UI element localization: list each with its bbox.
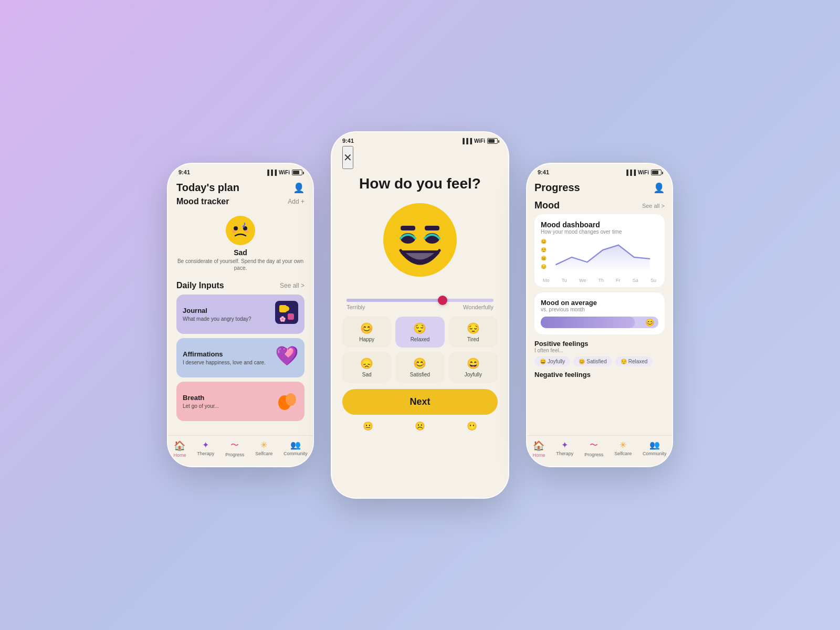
emotion-happy[interactable]: 😊 Happy [342,317,391,348]
mood-display: Sad Be considerate of yourself. Spend th… [176,211,304,276]
bottom-emoji-3: 😶 [467,421,477,431]
feel-title: How do you feel? [342,169,498,201]
breath-icon [275,388,298,415]
slider-thumb[interactable] [438,296,447,305]
mood-section-title: Mood tracker [176,197,229,206]
journal-card[interactable]: Journal What made you angry today? 🌸 [176,295,304,334]
emotion-sad[interactable]: 😞 Sad [342,352,391,383]
left-user-icon: 👤 [293,182,304,194]
signal-icon: ▐▐▐ [266,170,277,175]
emotion-grid: 😊 Happy 😌 Relaxed 😔 Tired 😞 Sad 😊 [342,317,498,383]
right-home-label: Home [532,453,545,458]
right-progress-icon: 〜 [590,440,598,451]
satisfied-emoji: 😊 [413,357,426,370]
emotion-joyfully[interactable]: 😄 Joyfully [449,352,498,383]
chart-days: MoTuWeThFrSaSu [541,278,658,283]
right-therapy-icon: ✦ [561,440,568,450]
bottom-emoji-1: 😐 [363,421,373,431]
right-nav-community[interactable]: 👥 Community [643,440,667,458]
journal-desc: What made you angry today? [183,316,251,322]
breath-card[interactable]: Breath Let go of your... [176,382,304,421]
positive-tags: 😄 Joyfully 😊 Satisfied 😌 Relaxed [534,356,665,366]
battery-icon [292,170,302,175]
right-nav-therapy[interactable]: ✦ Therapy [556,440,573,458]
home-icon: 🏠 [174,440,185,452]
right-see-all[interactable]: See all > [642,203,665,209]
breath-card-text: Breath Let go of your... [183,394,219,410]
bottom-emoji-2: ☹️ [415,421,425,431]
right-nav-progress[interactable]: 〜 Progress [584,440,603,458]
avg-sub: vs. previous month [541,307,658,312]
right-nav-selfcare[interactable]: ✳ Selfcare [614,440,632,458]
svg-point-4 [245,230,249,233]
svg-text:🌸: 🌸 [279,316,286,322]
right-time: 9:41 [538,169,549,175]
add-mood-button[interactable]: Add + [288,198,304,205]
emotion-relaxed[interactable]: 😌 Relaxed [395,317,444,348]
journal-title: Journal [183,307,251,314]
progress-label: Progress [225,452,244,457]
left-nav-home[interactable]: 🏠 Home [173,440,186,458]
chart-svg [551,239,658,276]
breath-desc: Let go of your... [183,403,219,410]
joyfully-label: Joyfully [465,372,482,377]
avg-bar-fill [541,317,635,328]
affirmations-card-text: Affirmations I deserve happiness, love a… [183,350,266,366]
affirmations-desc: I deserve happiness, love and care. [183,359,266,366]
relaxed-emoji: 😌 [413,322,426,334]
mood-dashboard-card: Mood dashboard How your mood changes ove… [534,214,665,287]
left-nav-progress[interactable]: 〜 Progress [225,440,244,458]
therapy-label: Therapy [197,451,214,456]
center-status-icons: ▐▐▐ WiFi [461,138,498,144]
mood-section-header: Mood tracker Add + [176,197,304,206]
center-status-bar: 9:41 ▐▐▐ WiFi [332,132,508,146]
svg-point-15 [286,393,296,406]
center-phone: 9:41 ▐▐▐ WiFi ✕ How do you feel? [331,131,509,499]
wifi-icon: WiFi [279,170,290,175]
right-selfcare-icon: ✳ [620,440,626,450]
left-nav-therapy[interactable]: ✦ Therapy [197,440,214,458]
svg-point-8 [284,306,289,311]
right-community-icon: 👥 [649,440,660,450]
left-bottom-nav: 🏠 Home ✦ Therapy 〜 Progress ✳ Selfcare 👥… [168,435,313,466]
tag-satisfied: 😊 Satisfied [573,356,612,366]
tag-relaxed: 😌 Relaxed [615,356,653,366]
sad-label: Sad [362,372,372,377]
avg-card: Mood on average vs. previous month 😊 [534,292,665,334]
left-phone: 9:41 ▐▐▐ WiFi Today's plan 👤 Mood tracke… [167,163,314,467]
tired-emoji: 😔 [467,322,480,334]
right-phone-content: Progress 👤 Mood See all > Mood dashboard… [527,177,672,379]
mood-chart: 😊😌😐😔 MoTuWeThFrSaSu [541,239,658,281]
next-button[interactable]: Next [342,389,498,415]
svg-text:💜: 💜 [278,347,288,356]
joyfully-tag-emoji: 😄 [540,359,546,364]
center-wifi-icon: WiFi [474,138,485,144]
mood-slider-container: Terribly Wonderfully [342,299,498,310]
avg-emoji: 😊 [645,318,654,327]
emotion-satisfied[interactable]: 😊 Satisfied [395,352,444,383]
satisfied-tag-emoji: 😊 [579,359,585,364]
see-all-daily[interactable]: See all > [280,282,304,289]
positive-feelings-sub: I often feel... [534,348,665,353]
svg-point-5 [243,226,245,228]
journal-card-text: Journal What made you angry today? [183,307,251,322]
right-signal-icon: ▐▐▐ [625,170,636,175]
journal-icon: 🌸 [275,301,298,328]
left-nav-selfcare[interactable]: ✳ Selfcare [255,440,272,458]
right-mood-header: Mood See all > [534,200,665,211]
right-nav-home[interactable]: 🏠 Home [532,440,545,458]
affirmations-icon: 💜 🩷 💜 [275,344,298,371]
emotion-tired[interactable]: 😔 Tired [449,317,498,348]
daily-inputs-header: Daily Inputs See all > [176,281,304,290]
right-bottom-nav: 🏠 Home ✦ Therapy 〜 Progress ✳ Selfcare 👥… [527,435,672,466]
left-nav-community[interactable]: 👥 Community [284,440,308,458]
svg-point-0 [226,216,255,245]
svg-rect-18 [425,226,439,230]
left-mood-label: Sad [234,248,247,257]
center-content: ✕ How do you feel? [332,146,508,477]
close-button[interactable]: ✕ [342,146,353,169]
affirmations-card[interactable]: Affirmations I deserve happiness, love a… [176,338,304,377]
daily-inputs-title: Daily Inputs [176,281,224,290]
positive-feelings-section: Positive feelings I often feel... 😄 Joyf… [534,340,665,366]
dashboard-title: Mood dashboard [541,220,658,229]
